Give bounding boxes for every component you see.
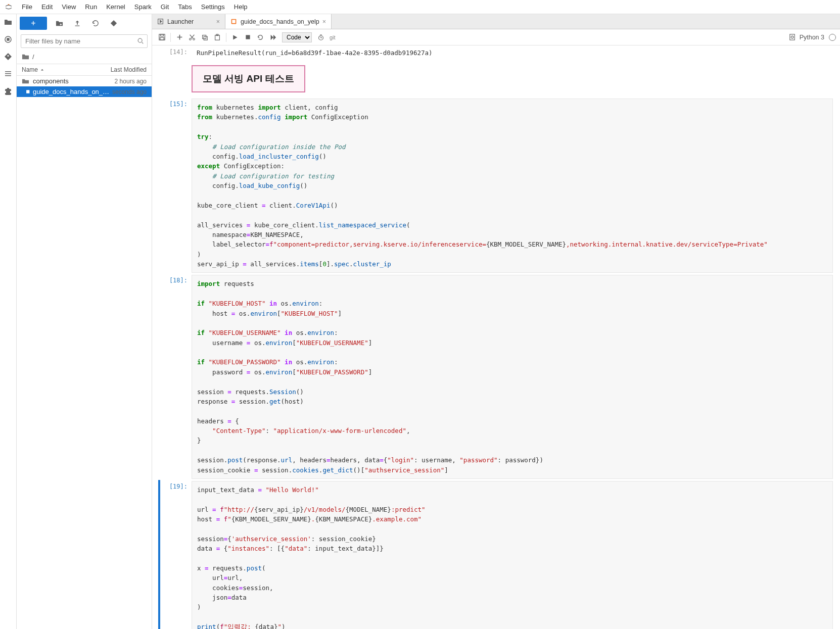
code-editor[interactable]: from kubernetes import client, config fr… bbox=[192, 99, 833, 273]
extensions-icon[interactable] bbox=[4, 87, 12, 95]
file-row[interactable]: components2 hours ago bbox=[17, 76, 152, 86]
git-icon[interactable] bbox=[4, 53, 12, 61]
cell-prompt: [18]: bbox=[160, 275, 192, 479]
menu-kernel[interactable]: Kernel bbox=[102, 1, 130, 13]
activity-bar bbox=[0, 14, 17, 629]
svg-point-24 bbox=[791, 36, 794, 38]
jupyter-logo bbox=[4, 3, 13, 12]
refresh-icon[interactable] bbox=[89, 17, 102, 29]
folder-icon bbox=[22, 77, 30, 85]
svg-rect-11 bbox=[232, 20, 236, 23]
svg-rect-8 bbox=[27, 90, 29, 92]
tab-guide_docs_hands_on_yelp[interactable]: guide_docs_hands_on_yelp× bbox=[225, 14, 332, 29]
menu-git[interactable]: Git bbox=[156, 1, 174, 13]
svg-rect-13 bbox=[160, 34, 163, 36]
menu-view[interactable]: View bbox=[57, 1, 80, 13]
toc-icon[interactable] bbox=[4, 70, 12, 78]
run-icon[interactable] bbox=[229, 32, 241, 43]
menu-file[interactable]: File bbox=[17, 1, 37, 13]
close-icon[interactable]: × bbox=[216, 18, 220, 25]
paste-icon[interactable] bbox=[212, 32, 223, 43]
markdown-heading: 모델 서빙 API 테스트 bbox=[192, 65, 305, 92]
svg-point-16 bbox=[193, 38, 195, 40]
search-icon bbox=[137, 37, 144, 44]
cell-markdown[interactable]: 모델 서빙 API 테스트 bbox=[152, 60, 840, 98]
code-editor[interactable]: import requests if "KUBEFLOW_HOST" in os… bbox=[192, 275, 833, 479]
cell-prompt: [15]: bbox=[160, 99, 192, 273]
menu-settings[interactable]: Settings bbox=[197, 1, 229, 13]
filter-input[interactable] bbox=[21, 34, 148, 48]
svg-rect-5 bbox=[5, 75, 11, 76]
menu-spark[interactable]: Spark bbox=[130, 1, 156, 13]
restart-icon[interactable] bbox=[255, 32, 266, 43]
file-modified: 2 hours ago bbox=[115, 78, 147, 85]
cell-code[interactable]: [15]:from kubernetes import client, conf… bbox=[152, 98, 840, 274]
svg-rect-14 bbox=[160, 37, 164, 40]
file-modified: seconds ago bbox=[112, 88, 147, 95]
sort-asc-icon bbox=[40, 68, 44, 72]
cell-prompt: [19]: bbox=[160, 481, 192, 629]
tab-launcher[interactable]: Launcher× bbox=[152, 14, 225, 29]
notebook-toolbar: Code git Python 3 bbox=[152, 29, 840, 45]
stop-icon[interactable] bbox=[242, 32, 253, 43]
svg-point-6 bbox=[138, 38, 142, 42]
tab-bar: Launcher×guide_docs_hands_on_yelp× bbox=[152, 14, 840, 29]
celltype-select[interactable]: Code bbox=[282, 32, 312, 42]
folder-icon[interactable] bbox=[4, 18, 12, 26]
breadcrumb[interactable]: / bbox=[17, 50, 152, 64]
svg-point-15 bbox=[190, 38, 192, 40]
ipynb-icon[interactable] bbox=[787, 32, 798, 43]
output-text: RunPipelineResult(run_id=b6a8d39f-1bae-4… bbox=[192, 46, 833, 59]
svg-rect-23 bbox=[790, 34, 795, 40]
save-icon[interactable] bbox=[156, 32, 167, 43]
new-folder-icon[interactable] bbox=[53, 17, 65, 29]
folder-icon bbox=[22, 53, 29, 61]
git-label[interactable]: git bbox=[330, 34, 336, 40]
menu-help[interactable]: Help bbox=[229, 1, 252, 13]
upload-icon[interactable] bbox=[71, 17, 83, 29]
tab-label: Launcher bbox=[167, 18, 213, 25]
kernel-status-icon[interactable] bbox=[829, 34, 836, 41]
file-row[interactable]: guide_docs_hands_on_yelp_r...seconds ago bbox=[17, 86, 152, 97]
code-editor[interactable]: input_text_data = "Hello World!" url = f… bbox=[192, 481, 833, 629]
breadcrumb-root[interactable]: / bbox=[32, 53, 34, 61]
menu-edit[interactable]: Edit bbox=[37, 1, 57, 13]
menubar: FileEditViewRunKernelSparkGitTabsSetting… bbox=[0, 0, 840, 14]
svg-rect-4 bbox=[5, 73, 11, 74]
svg-rect-18 bbox=[204, 36, 207, 40]
svg-rect-2 bbox=[7, 38, 9, 40]
notebook-area[interactable]: [14]:RunPipelineResult(run_id=b6a8d39f-1… bbox=[152, 45, 840, 629]
menu-tabs[interactable]: Tabs bbox=[173, 1, 196, 13]
cell-output[interactable]: [14]:RunPipelineResult(run_id=b6a8d39f-1… bbox=[152, 45, 840, 60]
cell-code[interactable]: [19]:input_text_data = "Hello World!" ur… bbox=[152, 480, 840, 629]
timer-icon[interactable] bbox=[315, 32, 326, 43]
cell-prompt bbox=[160, 61, 192, 96]
column-modified[interactable]: Last Modified bbox=[111, 66, 147, 73]
cell-prompt: [14]: bbox=[160, 46, 192, 59]
git-pull-icon[interactable] bbox=[108, 17, 120, 29]
close-icon[interactable]: × bbox=[322, 18, 326, 25]
insert-cell-icon[interactable] bbox=[174, 32, 185, 43]
menu-run[interactable]: Run bbox=[80, 1, 102, 13]
file-name: guide_docs_hands_on_yelp_r... bbox=[33, 88, 112, 95]
file-browser: + / Name Last Modified components2 bbox=[17, 14, 152, 629]
tab-label: guide_docs_hands_on_yelp bbox=[241, 18, 319, 25]
cell-code[interactable]: [18]:import requests if "KUBEFLOW_HOST" … bbox=[152, 274, 840, 480]
new-launcher-button[interactable]: + bbox=[20, 17, 47, 30]
svg-rect-17 bbox=[203, 35, 206, 38]
running-icon[interactable] bbox=[4, 35, 12, 43]
cut-icon[interactable] bbox=[186, 32, 198, 43]
launcher-icon bbox=[157, 18, 164, 25]
svg-rect-3 bbox=[5, 71, 11, 72]
column-name[interactable]: Name bbox=[22, 66, 111, 73]
notebook-icon bbox=[230, 18, 238, 25]
copy-icon[interactable] bbox=[199, 32, 210, 43]
file-name: components bbox=[33, 77, 115, 85]
restart-run-all-icon[interactable] bbox=[267, 32, 278, 43]
svg-rect-21 bbox=[246, 35, 250, 39]
notebook-icon bbox=[22, 88, 30, 95]
kernel-name[interactable]: Python 3 bbox=[800, 34, 824, 41]
